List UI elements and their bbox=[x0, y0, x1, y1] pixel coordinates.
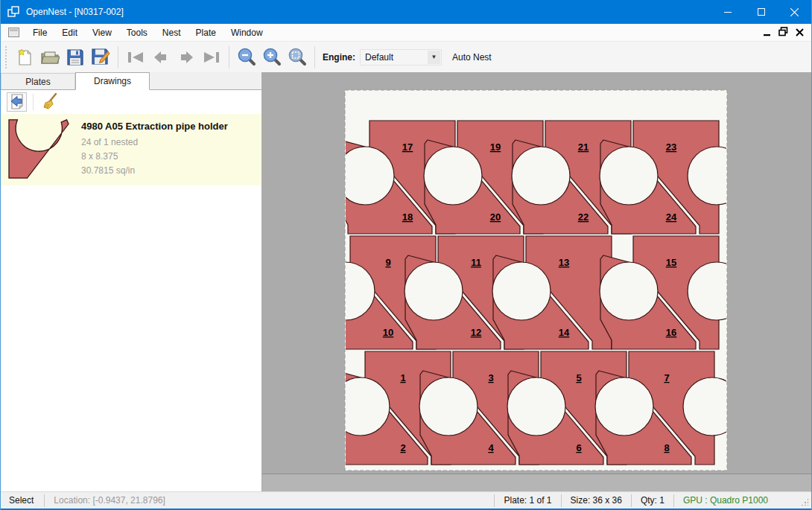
circle-cutout bbox=[595, 377, 653, 436]
horizontal-scrollbar[interactable] bbox=[262, 474, 811, 491]
part-number-label: 9 bbox=[385, 257, 390, 268]
drawings-list: 4980 A05 Extraction pipe holder 24 of 1 … bbox=[1, 114, 261, 491]
part-number-label: 16 bbox=[666, 327, 676, 338]
menu-item-file[interactable]: File bbox=[25, 25, 54, 41]
save-as-icon bbox=[92, 48, 110, 66]
mdi-restore-button[interactable] bbox=[778, 25, 789, 36]
mdi-window-controls bbox=[761, 25, 805, 36]
tab-plates[interactable]: Plates bbox=[1, 73, 75, 89]
menu-item-view[interactable]: View bbox=[85, 25, 119, 41]
status-size: Size: 36 x 36 bbox=[562, 495, 631, 506]
status-gpu: GPU : Quadro P1000 bbox=[674, 495, 777, 506]
toolbar-separator bbox=[314, 46, 315, 68]
last-plate-button[interactable] bbox=[200, 45, 223, 69]
status-bar: Select Location: [-0.9437, 21.8796] Plat… bbox=[1, 491, 811, 509]
mdi-minimize-button[interactable] bbox=[761, 25, 773, 36]
engine-label: Engine: bbox=[323, 52, 355, 63]
open-file-button[interactable] bbox=[39, 45, 61, 69]
zoom-out-icon bbox=[238, 48, 256, 66]
menu-item-nest[interactable]: Nest bbox=[155, 25, 188, 41]
part-number-label: 14 bbox=[559, 327, 570, 338]
circle-cutout bbox=[512, 147, 570, 205]
toolbar-separator bbox=[229, 46, 229, 68]
drawings-toolbar bbox=[1, 90, 261, 113]
part-number-label: 3 bbox=[488, 372, 493, 383]
part-number-label: 24 bbox=[666, 211, 677, 223]
zoom-fit-icon bbox=[288, 48, 307, 66]
engine-select[interactable]: Default ▼ bbox=[360, 49, 442, 66]
circle-cutout bbox=[405, 262, 463, 320]
circle-cutout bbox=[419, 377, 478, 436]
mdi-close-icon bbox=[796, 28, 804, 36]
save-icon bbox=[67, 49, 83, 66]
drawing-title: 4980 A05 Extraction pipe holder bbox=[81, 121, 228, 132]
drawing-size: 8 x 8.375 bbox=[81, 150, 228, 164]
part-number-label: 7 bbox=[664, 372, 669, 383]
main-toolbar: Engine: Default ▼ Auto Nest bbox=[1, 42, 811, 72]
part-number-label: 11 bbox=[471, 257, 481, 268]
tab-drawings[interactable]: Drawings bbox=[75, 72, 150, 90]
next-plate-button[interactable] bbox=[175, 45, 197, 69]
toolbar-grip[interactable] bbox=[4, 46, 7, 68]
clear-drawings-button[interactable] bbox=[39, 92, 60, 112]
open-folder-icon bbox=[40, 49, 60, 66]
menu-item-window[interactable]: Window bbox=[223, 25, 270, 41]
part-number-label: 1 bbox=[400, 372, 405, 383]
import-drawing-button[interactable] bbox=[7, 92, 27, 112]
engine-selected-value: Default bbox=[361, 52, 393, 63]
drawing-area: 30.7815 sq/in bbox=[81, 164, 228, 178]
go-next-icon bbox=[178, 51, 194, 64]
auto-nest-button[interactable]: Auto Nest bbox=[452, 52, 492, 63]
minimize-icon bbox=[724, 8, 732, 16]
mdi-restore-icon bbox=[778, 27, 788, 36]
status-plate: Plate: 1 of 1 bbox=[495, 495, 560, 506]
broom-icon bbox=[42, 93, 58, 110]
title-bar[interactable]: OpenNest - [N0317-002] bbox=[1, 0, 811, 24]
panel-toolbar-separator bbox=[33, 94, 34, 110]
previous-plate-button[interactable] bbox=[150, 45, 172, 69]
save-button[interactable] bbox=[64, 45, 86, 69]
maximize-button[interactable] bbox=[744, 0, 778, 24]
close-icon bbox=[790, 8, 799, 16]
go-first-icon bbox=[127, 51, 145, 64]
new-file-button[interactable] bbox=[13, 45, 36, 69]
first-plate-button[interactable] bbox=[124, 45, 147, 69]
zoom-in-button[interactable] bbox=[261, 45, 283, 69]
resize-grip[interactable] bbox=[801, 498, 808, 506]
window-title: OpenNest - [N0317-002] bbox=[26, 7, 124, 17]
app-icon bbox=[7, 6, 20, 18]
menu-item-plate[interactable]: Plate bbox=[188, 25, 223, 41]
document-icon[interactable] bbox=[8, 28, 19, 37]
status-location: Location: [-0.9437, 21.8796] bbox=[45, 495, 174, 506]
part-number-label: 15 bbox=[666, 257, 676, 268]
part-number-label: 2 bbox=[400, 442, 405, 453]
nest-plate[interactable]: 171819202122232491011121314151612345678 bbox=[344, 89, 728, 471]
chevron-down-icon[interactable]: ▼ bbox=[428, 51, 440, 64]
app-window: OpenNest - [N0317-002] FileEditViewTools… bbox=[0, 0, 812, 510]
save-as-button[interactable] bbox=[89, 45, 112, 69]
part-number-label: 4 bbox=[488, 442, 494, 453]
part-number-label: 13 bbox=[559, 257, 569, 268]
part-number-label: 5 bbox=[576, 372, 581, 383]
zoom-in-icon bbox=[263, 48, 282, 66]
go-last-icon bbox=[203, 51, 221, 64]
menu-item-tools[interactable]: Tools bbox=[119, 25, 155, 41]
maximize-icon bbox=[758, 8, 765, 16]
close-button[interactable] bbox=[778, 0, 811, 24]
nest-canvas[interactable]: 171819202122232491011121314151612345678 bbox=[262, 72, 811, 491]
new-file-icon bbox=[16, 48, 33, 66]
minimize-button[interactable] bbox=[711, 0, 744, 24]
part-number-label: 10 bbox=[383, 327, 393, 338]
mdi-close-button[interactable] bbox=[794, 25, 805, 36]
part-number-label: 19 bbox=[490, 141, 501, 153]
circle-cutout bbox=[424, 147, 482, 205]
zoom-out-button[interactable] bbox=[235, 45, 258, 69]
part-number-label: 8 bbox=[664, 442, 669, 453]
part-number-label: 12 bbox=[471, 327, 481, 338]
go-previous-icon bbox=[153, 51, 169, 64]
part-number-label: 17 bbox=[402, 141, 413, 153]
list-item[interactable]: 4980 A05 Extraction pipe holder 24 of 1 … bbox=[1, 114, 261, 185]
menu-item-edit[interactable]: Edit bbox=[54, 25, 85, 41]
import-drawing-icon bbox=[10, 94, 25, 109]
zoom-fit-button[interactable] bbox=[286, 45, 308, 69]
